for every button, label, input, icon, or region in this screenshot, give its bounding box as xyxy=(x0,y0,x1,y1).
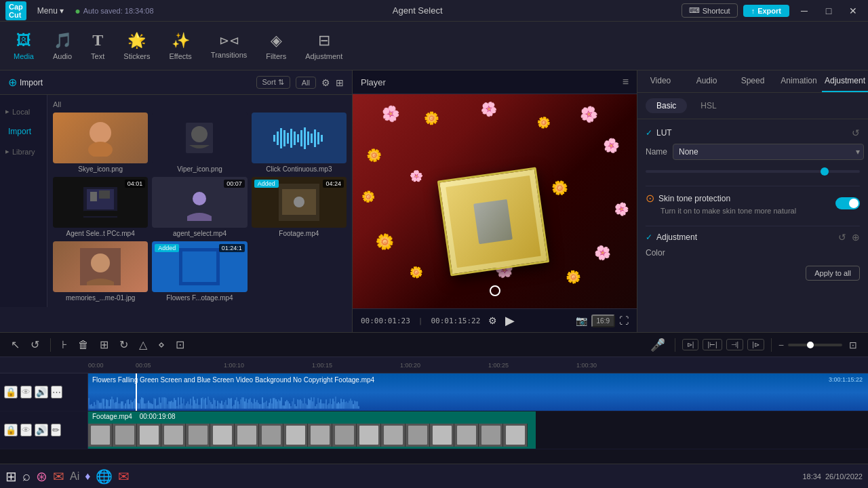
link-tool[interactable]: ⋄ xyxy=(155,337,167,352)
sub-tab-hsl[interactable]: HSL xyxy=(690,98,727,113)
memories-thumb xyxy=(80,248,121,285)
transitions-icon: ⊳⊲ xyxy=(219,33,239,48)
mail-icon[interactable]: ✉ xyxy=(53,468,64,485)
video-preview-bg: 🌸 🌼 🌸 🌼 🌸 🌼 🌸 🌼 🌸 🌼 🌸 🌼 🌸 🌼 🌸 🌼 xyxy=(353,94,637,308)
track-footage-visibility-icon[interactable]: 👁 xyxy=(20,424,32,436)
camera-button[interactable]: 📷 xyxy=(576,315,587,326)
toolbar-stickers-label: Stickers xyxy=(123,52,150,60)
play-button[interactable]: ▶ xyxy=(505,313,515,328)
tl-nav-4[interactable]: |⊳ xyxy=(747,339,764,350)
tab-adjustment[interactable]: Adjustment xyxy=(822,70,868,92)
toolbar-text-label: Text xyxy=(91,52,104,60)
media-item-flowers[interactable]: 01:24:1 Added Flowers F...otage.mp4 xyxy=(152,241,247,302)
toolbar-effects[interactable]: ✨ Effects xyxy=(169,32,191,60)
capcut-taskbar-icon[interactable]: ♦ xyxy=(85,470,90,483)
tl-nav-3[interactable]: ⊣| xyxy=(726,339,744,350)
loop-tool[interactable]: ↻ xyxy=(117,337,131,352)
library-section[interactable]: ▸ Library xyxy=(0,143,47,160)
toolbar-audio[interactable]: 🎵 Audio xyxy=(53,32,72,60)
track-footage-audio-icon[interactable]: 🔊 xyxy=(35,424,48,436)
track-audio-icon[interactable]: 🔊 xyxy=(35,386,48,399)
export-button[interactable]: ↑ Export xyxy=(743,5,789,17)
tl-nav-1[interactable]: ⊳| xyxy=(682,339,699,350)
skin-tone-section: ⊙ Skin tone protection Turn it on to mak… xyxy=(646,192,860,215)
ai-icon[interactable]: Ai xyxy=(70,470,79,483)
frame-17 xyxy=(479,424,503,447)
track-more-icon[interactable]: ⋯ xyxy=(51,386,62,399)
cursor-tool[interactable]: ↖ xyxy=(8,337,22,352)
media-item-click[interactable]: Click Continuous.mp3 xyxy=(252,113,347,173)
edge-icon[interactable]: 🌐 xyxy=(96,468,113,485)
toolbar-stickers[interactable]: 🌟 Stickers xyxy=(123,32,150,60)
frame-thumbnails xyxy=(88,424,536,447)
toolbar-adjustment[interactable]: ⊟ Adjustment xyxy=(305,32,342,60)
tab-audio[interactable]: Audio xyxy=(684,70,730,92)
media-item-memories[interactable]: memories_...me-01.jpg xyxy=(53,241,148,302)
aspect-ratio-button[interactable]: 16:9 xyxy=(591,314,615,327)
all-filter-button[interactable]: All xyxy=(296,77,316,89)
fullscreen-button[interactable]: ⛶ xyxy=(619,315,629,326)
toolbar-text[interactable]: T Text xyxy=(91,31,104,60)
undo-tool[interactable]: ↺ xyxy=(28,337,42,352)
media-item-agent-pc[interactable]: 04:01 Agent Sele..t PCc.mp4 xyxy=(53,177,148,237)
lut-reset-button[interactable]: ↺ xyxy=(852,127,860,138)
minimize-button[interactable]: ─ xyxy=(795,1,814,20)
lut-intensity-slider[interactable] xyxy=(646,170,860,173)
mask-tool[interactable]: △ xyxy=(136,337,150,352)
track-lock-icon[interactable]: 🔒 xyxy=(4,386,18,399)
zoom-fit-button[interactable]: ⊡ xyxy=(846,338,860,352)
apply-all-button[interactable]: Apply to all xyxy=(806,266,860,281)
adjustment-settings-button[interactable]: ⊕ xyxy=(852,232,860,243)
adjustment-reset-button[interactable]: ↺ xyxy=(838,232,846,243)
widget-icon[interactable]: ⊛ xyxy=(36,468,47,485)
more-tool[interactable]: ⊡ xyxy=(173,337,187,352)
maximize-button[interactable]: □ xyxy=(819,1,838,20)
track-footage-edit-icon[interactable]: ✏ xyxy=(51,424,61,436)
settings-icon[interactable]: ⚙ xyxy=(488,315,497,326)
tl-separator-2 xyxy=(675,338,675,352)
delete-tool[interactable]: 🗑 xyxy=(75,338,92,352)
right-tabs: Video Audio Speed Animation Adjustment xyxy=(637,70,868,93)
local-section[interactable]: ▸ Local xyxy=(0,103,47,120)
flower-deco: 🌼 xyxy=(422,109,441,128)
search-taskbar-icon[interactable]: ⌕ xyxy=(22,468,31,484)
close-button[interactable]: ✕ xyxy=(844,1,863,20)
color-label: Color xyxy=(646,248,665,258)
track-visibility-icon[interactable]: 👁 xyxy=(20,386,32,399)
start-icon[interactable]: ⊞ xyxy=(5,468,17,485)
tab-speed[interactable]: Speed xyxy=(730,70,776,92)
lut-name-dropdown[interactable]: None xyxy=(673,144,864,160)
zoom-slider[interactable] xyxy=(788,344,842,346)
media-item-viper[interactable]: Viper_icon.png xyxy=(152,113,247,173)
crop-tool[interactable]: ⊞ xyxy=(97,337,111,352)
svg-rect-12 xyxy=(300,130,302,146)
toolbar-transitions[interactable]: ⊳⊲ Transitions xyxy=(211,33,247,59)
sort-button[interactable]: Sort ⇅ xyxy=(256,76,290,89)
mail2-icon[interactable]: ✉ xyxy=(118,468,130,485)
tl-nav-2[interactable]: |⊢| xyxy=(703,339,722,350)
microphone-button[interactable]: 🎤 xyxy=(648,336,668,354)
player-menu-button[interactable]: ≡ xyxy=(623,76,629,88)
media-item-footage[interactable]: 04:24 Added Footage.mp4 xyxy=(252,177,347,237)
player-scrubber[interactable] xyxy=(490,285,500,296)
media-item-agent-select[interactable]: 00:07 agent_select.mp4 xyxy=(152,177,247,237)
trim-tool[interactable]: ⊦ xyxy=(59,337,70,352)
flower-deco: 🌼 xyxy=(359,189,376,205)
svg-rect-6 xyxy=(280,128,282,148)
svg-rect-4 xyxy=(273,135,275,142)
tab-video[interactable]: Video xyxy=(637,70,684,92)
skin-tone-toggle[interactable] xyxy=(835,197,860,209)
track-footage-lock-icon[interactable]: 🔒 xyxy=(4,424,18,436)
media-item-skye[interactable]: Skye_icon.png xyxy=(53,113,148,173)
menu-button[interactable]: Menu ▾ xyxy=(32,5,69,17)
import-nav-item[interactable]: Import xyxy=(0,123,47,140)
filter-button[interactable]: ⚙ xyxy=(321,77,330,88)
svg-rect-17 xyxy=(317,132,319,144)
shortcut-button[interactable]: ⌨ Shortcut xyxy=(682,3,738,18)
import-button[interactable]: ⊕ Import xyxy=(8,76,43,89)
toolbar-media[interactable]: 🖼 Media xyxy=(14,32,34,60)
toolbar-filters[interactable]: ◈ Filters xyxy=(266,32,286,60)
sub-tab-basic[interactable]: Basic xyxy=(646,98,687,113)
grid-view-button[interactable]: ⊞ xyxy=(336,77,344,88)
tab-animation[interactable]: Animation xyxy=(776,70,822,92)
